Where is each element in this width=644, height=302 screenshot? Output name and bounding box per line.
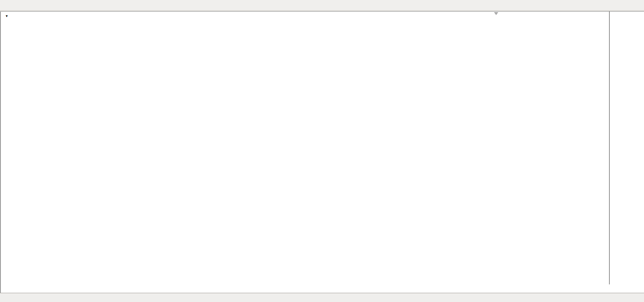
symbol-dropdown-icon: ▼ <box>5 14 8 18</box>
chart-title: ▼ <box>5 13 13 18</box>
chart-tab-bar <box>0 293 644 302</box>
chart-shift-marker <box>494 12 498 15</box>
chart-canvas[interactable] <box>0 0 644 302</box>
price-axis-border <box>609 11 610 284</box>
mt4-window: ▼ <box>0 0 644 302</box>
